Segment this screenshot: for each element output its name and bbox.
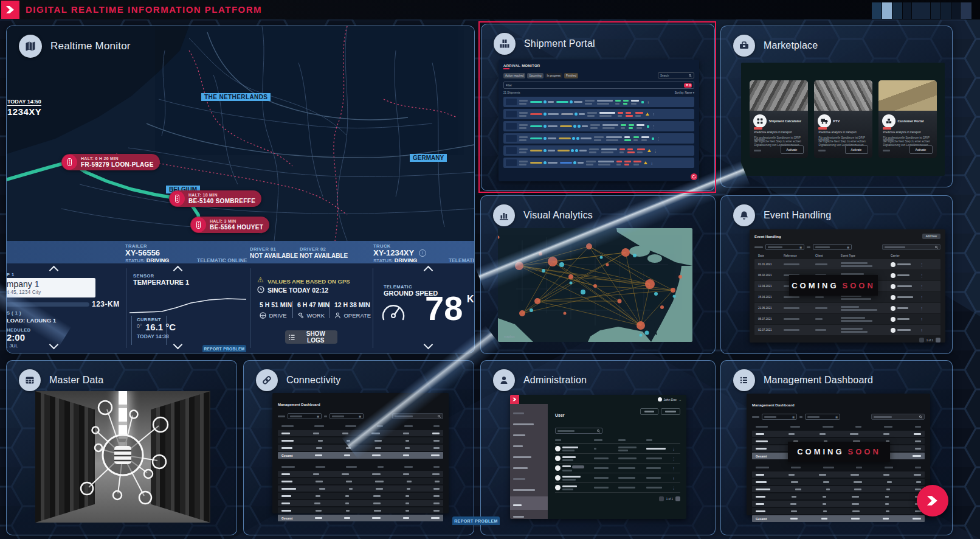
tab-action-required[interactable]: Action required <box>503 73 525 78</box>
add-new-button[interactable]: Add New <box>922 234 940 239</box>
product-name: Customer Portal <box>898 119 924 123</box>
route-stop-badge[interactable]: HALT: 3 MINBE-5564 HOUYET <box>190 217 269 233</box>
table-row[interactable] <box>278 437 443 443</box>
next-page-button[interactable] <box>936 338 940 343</box>
sidebar-item-active[interactable] <box>510 496 548 510</box>
shipment-search-input[interactable]: Search <box>658 72 694 78</box>
europe-route-map[interactable] <box>7 26 474 241</box>
arrow-logo-icon <box>925 493 940 509</box>
table-row[interactable] <box>278 430 443 436</box>
admin-user-row[interactable]: ⋮ <box>555 464 680 473</box>
table-row[interactable] <box>278 485 443 492</box>
report-problem-button[interactable]: REPORT PROBLEM <box>202 345 246 352</box>
card-event-handling[interactable]: Event Handling Event Handling Add New ▦ … <box>720 195 953 354</box>
dashboard-search-input[interactable] <box>392 413 443 419</box>
activate-button[interactable]: Activate <box>909 145 933 154</box>
dashboard-search-input[interactable] <box>871 414 925 420</box>
shipment-row[interactable]: ⋮ <box>503 145 694 156</box>
prev-page-button[interactable] <box>919 338 924 343</box>
shipment-row[interactable]: ⋮ <box>503 109 694 119</box>
card-realtime-monitor[interactable]: Realtime Monitor TODAY 14:50 1234XY THE … <box>6 26 475 353</box>
shipment-row[interactable]: ⋮ <box>503 158 694 168</box>
admin-user-menu[interactable]: John Doe → <box>658 397 682 402</box>
admin-user-row[interactable]: ⋮ <box>555 454 680 464</box>
platform-logo-icon[interactable] <box>1 1 19 19</box>
next-page-button[interactable] <box>675 496 680 501</box>
table-row[interactable] <box>752 431 925 437</box>
date-from-input[interactable]: ▦ <box>765 244 804 250</box>
shipment-row[interactable]: ⋮ <box>503 97 694 107</box>
date-to-input[interactable]: ▦ <box>813 244 852 250</box>
table-row[interactable] <box>752 508 925 514</box>
table-row[interactable] <box>278 507 443 513</box>
stop-company-card[interactable]: ompany 1 eet 45, 1234 City <box>6 278 95 297</box>
activate-button[interactable]: Activate <box>845 145 868 154</box>
tab-in-progress[interactable]: In progress <box>545 73 563 78</box>
route-stop-badge[interactable]: HALT: 18 MINBE-5140 SOMBREFFE <box>169 190 261 207</box>
table-row[interactable] <box>752 501 925 507</box>
table-row[interactable] <box>278 471 443 477</box>
show-logs-button[interactable]: SHOW LOGS <box>285 330 337 344</box>
truck-info-icon[interactable]: i <box>419 249 426 257</box>
shipment-row[interactable]: ⋮ <box>503 133 694 144</box>
sort-dropdown[interactable]: Sort by: Name ▾ <box>675 91 694 94</box>
bell-icon <box>733 204 755 226</box>
collapse-speed-panel-chevron[interactable] <box>424 266 433 276</box>
card-management-dashboard[interactable]: Management Dashboard Management Dashboar… <box>720 360 953 535</box>
expand-stop-panel-chevron[interactable] <box>49 340 59 350</box>
collapse-sensor-panel-chevron[interactable] <box>173 266 183 276</box>
table-row[interactable] <box>752 486 925 492</box>
tab-upcoming[interactable]: Upcoming <box>527 73 543 78</box>
table-row[interactable] <box>278 445 443 451</box>
card-administration[interactable]: Administration John Doe → U <box>480 360 716 535</box>
filter-count-badge[interactable]: 0 <box>684 83 692 88</box>
date-from-input[interactable]: ▦ <box>288 413 322 419</box>
tab-finished[interactable]: Finished <box>564 73 578 78</box>
prev-page-button[interactable] <box>659 496 664 501</box>
table-row[interactable] <box>752 493 925 499</box>
date-to-input[interactable]: ▦ <box>805 414 840 420</box>
shipment-row[interactable]: ⋮ <box>503 121 694 131</box>
table-row[interactable] <box>278 493 443 499</box>
telematic-label: TELEMATIC <box>384 284 412 290</box>
product-card-customer-portal[interactable]: Customer Portal Predictive analytics in … <box>878 80 937 158</box>
expand-speed-panel-chevron[interactable] <box>424 340 433 350</box>
card-visual-analytics[interactable]: Visual Analytics <box>480 195 716 354</box>
route-stop-badge[interactable]: HALT: 6 H 26 MINFR-59279 LOON-PLAGE <box>61 154 160 170</box>
event-row[interactable]: 05.07.2021⋮ <box>754 314 940 324</box>
product-card-ptv[interactable]: PTV Predictive analytics in transport Fü… <box>814 80 872 158</box>
load-value: LOAD: LADUNG 1 <box>7 317 56 324</box>
table-row[interactable] <box>752 471 925 478</box>
admin-logo <box>510 395 519 404</box>
card-title: Connectivity <box>286 375 341 386</box>
activate-button[interactable]: Activate <box>781 145 804 154</box>
product-card-shipment-calculator[interactable]: Shipment Calculator Predictive analytics… <box>750 80 808 158</box>
table-row[interactable] <box>752 479 925 485</box>
card-shipment-portal[interactable]: Shipment Portal ARRIVAL MONITOR Action r… <box>481 24 715 191</box>
collapse-stop-panel-chevron[interactable] <box>49 266 59 276</box>
table-total-row: Gesamt <box>278 452 443 459</box>
admin-action-button[interactable] <box>640 408 658 415</box>
admin-user-row[interactable]: ⋮ <box>555 444 680 454</box>
card-connectivity[interactable]: Connectivity Management Dashboard ▦ ▦ Ge… <box>243 360 474 535</box>
floating-action-button[interactable] <box>917 485 948 516</box>
event-search-input[interactable] <box>882 244 940 250</box>
report-problem-button[interactable]: REPORT PROBLEM <box>452 516 500 525</box>
date-from-input[interactable]: ▦ <box>762 414 797 420</box>
admin-search-input[interactable] <box>555 428 602 434</box>
admin-user-row[interactable]: ⋮ <box>555 483 680 493</box>
date-to-input[interactable]: ▦ <box>330 413 364 419</box>
refresh-button[interactable] <box>691 173 697 180</box>
table-row[interactable] <box>278 478 443 484</box>
us-network-map[interactable]: mapbox <box>498 228 692 342</box>
admin-user-row[interactable]: ⋮ <box>555 473 680 483</box>
shipment-filter-bar[interactable]: Filter 0 <box>503 82 694 89</box>
event-row[interactable]: 02.07.2021⋮ <box>754 325 940 335</box>
expand-sensor-panel-chevron[interactable] <box>173 340 183 350</box>
event-row[interactable]: 01.01.2021⋮ <box>754 259 940 270</box>
table-row[interactable] <box>278 500 443 506</box>
card-master-data[interactable]: Master Data <box>6 360 237 535</box>
event-row[interactable]: 21.05.2021⋮ <box>754 303 940 313</box>
card-marketplace[interactable]: Marketplace Shipment Calculator Predicti… <box>720 26 953 187</box>
admin-action-button[interactable] <box>661 408 680 415</box>
